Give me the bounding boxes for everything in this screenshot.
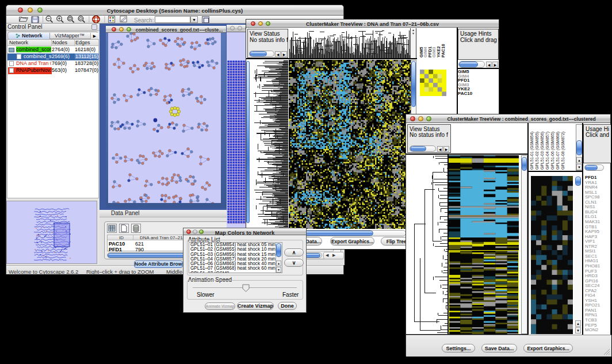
svg-text:GPL51-03 (GSM856): GPL51-03 (GSM856) xyxy=(540,132,545,170)
svg-text:GPL51-08 (GSM872): GPL51-08 (GSM872) xyxy=(561,132,565,170)
svg-text:GPL51-07 (GSM868): GPL51-07 (GSM868) xyxy=(556,132,560,170)
svg-text:GPL51-04 (GSM857): GPL51-04 (GSM857) xyxy=(545,132,550,170)
svg-text:MON2: MON2 xyxy=(585,327,599,332)
svg-text:GPL51-06 (GSM865): GPL51-06 (GSM865) xyxy=(550,132,555,170)
svg-text:GPL51-02 (GSM855): GPL51-02 (GSM855) xyxy=(535,132,540,170)
svg-text:GPL51-01 (GSM854): GPL51-01 (GSM854) xyxy=(530,132,534,170)
svg-text:PAC10: PAC10 xyxy=(441,44,446,58)
